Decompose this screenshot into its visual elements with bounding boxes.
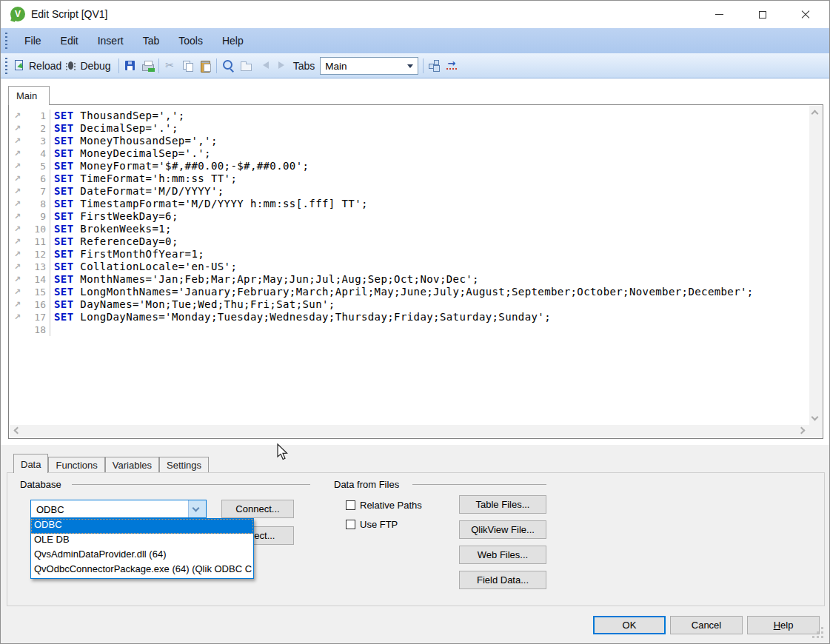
script-tab-main[interactable]: Main xyxy=(8,86,50,105)
toolbar-separator xyxy=(158,58,159,73)
code-line[interactable]: ↗ 11 SET ReferenceDay=0; xyxy=(9,235,809,248)
resize-grip[interactable] xyxy=(812,627,823,638)
dropdown-option[interactable]: ODBC xyxy=(31,519,253,534)
script-section: Main ↗ 1 SET ThousandSep=','; ↗ 2 SET De… xyxy=(1,79,829,445)
code-line[interactable]: ↗ 5 SET MoneyFormat='$#,##0.00;-$#,##0.0… xyxy=(9,160,809,172)
code-line[interactable]: ↗ 13 SET CollationLocale='en-US'; xyxy=(9,261,809,273)
dropdown-option[interactable]: QvOdbcConnectorPackage.exe (64) (Qlik OD… xyxy=(31,563,253,578)
code-line[interactable]: ↗ 15 SET LongMonthNames='January;Februar… xyxy=(9,286,809,298)
cut-icon[interactable]: ✂ xyxy=(164,59,176,72)
window-title: Edit Script [QV1] xyxy=(31,8,107,20)
connect-button[interactable]: Connect... xyxy=(221,500,294,518)
code-text: SET LongDayNames='Monday;Tuesday;Wednesd… xyxy=(50,311,551,323)
code-line[interactable]: ↗ 9 SET FirstWeekDay=6; xyxy=(9,210,809,223)
code-line[interactable]: ↗ 8 SET TimestampFormat='M/D/YYYY h:mm:s… xyxy=(9,198,809,210)
minimize-button[interactable] xyxy=(702,1,736,28)
code-line[interactable]: ↗ 16 SET DayNames='Mon;Tue;Wed;Thu;Fri;S… xyxy=(9,298,809,311)
web-files-button[interactable]: Web Files... xyxy=(459,546,546,564)
code-line[interactable]: ↗ 18 xyxy=(9,323,809,336)
menu-item[interactable]: Tools xyxy=(169,30,212,52)
open-folder-icon[interactable] xyxy=(239,59,252,72)
dropdown-option[interactable]: QvsAdminDataProvider.dll (64) xyxy=(31,549,253,563)
menu-item[interactable]: Tab xyxy=(133,30,170,52)
line-number: 11 xyxy=(24,235,50,248)
vertical-scrollbar[interactable] xyxy=(809,106,822,425)
line-number: 9 xyxy=(24,210,50,223)
tab-hierarchy-icon[interactable] xyxy=(428,59,441,72)
menu-item[interactable]: File xyxy=(15,30,51,52)
ok-button[interactable]: OK xyxy=(593,616,666,634)
code-text: SET MoneyFormat='$#,##0.00;-$#,##0.00'; xyxy=(50,160,309,172)
table-files-button[interactable]: Table Files... xyxy=(459,495,546,514)
goto-line-icon: ↗ xyxy=(14,311,24,323)
qlikview-file-button[interactable]: QlikView File... xyxy=(459,520,546,539)
toolbar-drag-handle-icon[interactable] xyxy=(5,58,7,74)
code-text: SET BrokenWeeks=1; xyxy=(50,223,172,235)
code-line[interactable]: ↗ 7 SET DateFormat='M/D/YYYY'; xyxy=(9,185,809,198)
print-icon[interactable] xyxy=(141,59,154,72)
use-ftp-checkbox[interactable] xyxy=(346,520,355,529)
horizontal-scrollbar[interactable] xyxy=(10,425,809,437)
line-number: 8 xyxy=(24,198,50,210)
line-number: 17 xyxy=(24,311,50,323)
syntax-check-icon[interactable] xyxy=(446,59,458,72)
field-data-button[interactable]: Field Data... xyxy=(459,571,546,589)
scroll-up-icon[interactable] xyxy=(811,110,819,118)
lower-tab[interactable]: Settings xyxy=(159,457,209,472)
lower-tab[interactable]: Functions xyxy=(48,457,104,472)
menu-item[interactable]: Insert xyxy=(88,30,133,52)
scroll-down-icon[interactable] xyxy=(811,414,819,421)
cancel-button[interactable]: Cancel xyxy=(670,616,743,634)
chevron-down-icon xyxy=(407,64,413,71)
line-number: 3 xyxy=(24,135,50,147)
menu-drag-handle-icon[interactable] xyxy=(5,33,7,49)
lower-tab[interactable]: Data xyxy=(13,454,48,473)
scroll-left-icon[interactable] xyxy=(14,427,21,435)
goto-line-icon: ↗ xyxy=(14,185,24,198)
line-number: 1 xyxy=(24,110,50,122)
menu-items: FileEditInsertTabToolsHelp xyxy=(15,30,253,52)
lower-tab[interactable]: Variables xyxy=(105,457,159,472)
database-combobox[interactable]: ODBC xyxy=(30,500,207,518)
toolbar: Reload Debug ✂ Tabs Main xyxy=(1,53,829,78)
forward-arrow-icon[interactable] xyxy=(275,59,287,72)
goto-line-icon: ↗ xyxy=(14,147,24,160)
goto-line-icon: ↗ xyxy=(14,235,24,248)
code-lines: ↗ 1 SET ThousandSep=','; ↗ 2 SET Decimal… xyxy=(9,110,809,425)
code-line[interactable]: ↗ 12 SET FirstMonthOfYear=1; xyxy=(9,248,809,261)
close-button[interactable] xyxy=(789,1,823,28)
menu-item[interactable]: Edit xyxy=(51,30,88,52)
paste-icon[interactable] xyxy=(199,59,212,72)
back-arrow-icon[interactable] xyxy=(257,59,270,72)
line-number: 13 xyxy=(24,261,50,273)
debug-button[interactable]: Debug xyxy=(64,59,113,72)
code-line[interactable]: ↗ 2 SET DecimalSep='.'; xyxy=(9,122,809,135)
save-icon[interactable] xyxy=(124,59,136,72)
help-button[interactable]: Help xyxy=(747,616,820,634)
copy-icon[interactable] xyxy=(181,59,194,72)
minimize-icon xyxy=(715,14,723,15)
line-number: 6 xyxy=(24,172,50,185)
code-line[interactable]: ↗ 3 SET MoneyThousandSep=','; xyxy=(9,135,809,147)
dropdown-option[interactable]: OLE DB xyxy=(31,534,253,549)
code-line[interactable]: ↗ 14 SET MonthNames='Jan;Feb;Mar;Apr;May… xyxy=(9,273,809,286)
line-number: 12 xyxy=(24,248,50,261)
code-line[interactable]: ↗ 17 SET LongDayNames='Monday;Tuesday;We… xyxy=(9,311,809,323)
database-group-label: Database xyxy=(20,479,61,490)
maximize-button[interactable] xyxy=(746,1,780,28)
relative-paths-checkbox[interactable] xyxy=(346,500,355,510)
script-editor[interactable]: ↗ 1 SET ThousandSep=','; ↗ 2 SET Decimal… xyxy=(8,104,823,439)
code-line[interactable]: ↗ 1 SET ThousandSep=','; xyxy=(9,110,809,122)
combobox-dropdown-button[interactable] xyxy=(188,500,206,517)
scroll-right-icon[interactable] xyxy=(798,427,806,435)
scrollbar-corner xyxy=(809,425,822,437)
reload-button[interactable]: Reload xyxy=(13,59,64,72)
line-number: 7 xyxy=(24,185,50,198)
menu-item[interactable]: Help xyxy=(212,30,253,52)
code-line[interactable]: ↗ 4 SET MoneyDecimalSep='.'; xyxy=(9,147,809,160)
code-line[interactable]: ↗ 6 SET TimeFormat='h:mm:ss TT'; xyxy=(9,172,809,185)
goto-line-icon: ↗ xyxy=(14,223,24,235)
tab-selector-combobox[interactable]: Main xyxy=(320,57,418,75)
code-line[interactable]: ↗ 10 SET BrokenWeeks=1; xyxy=(9,223,809,235)
search-icon[interactable] xyxy=(221,59,234,72)
